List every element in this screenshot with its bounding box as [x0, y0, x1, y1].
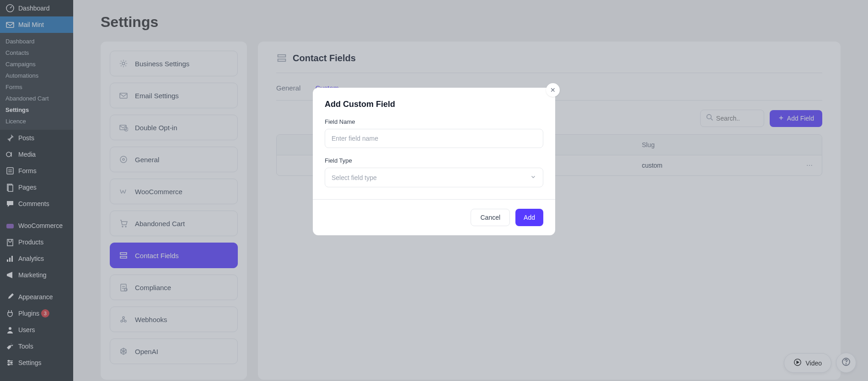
chevron-down-icon	[530, 174, 536, 181]
field-type-label: Field Type	[325, 157, 543, 164]
cancel-button[interactable]: Cancel	[471, 209, 510, 226]
field-type-select[interactable]: Select field type	[325, 168, 543, 187]
add-custom-field-modal: ✕ Add Custom Field Field Name Field Type…	[313, 88, 555, 235]
add-button[interactable]: Add	[515, 209, 543, 226]
close-icon: ✕	[550, 86, 556, 94]
modal-close-button[interactable]: ✕	[546, 83, 560, 97]
field-name-label: Field Name	[325, 118, 543, 125]
field-name-input[interactable]	[325, 129, 543, 148]
field-type-placeholder: Select field type	[332, 174, 377, 181]
modal-title: Add Custom Field	[325, 100, 543, 109]
modal-overlay[interactable]: ✕ Add Custom Field Field Name Field Type…	[0, 0, 868, 381]
